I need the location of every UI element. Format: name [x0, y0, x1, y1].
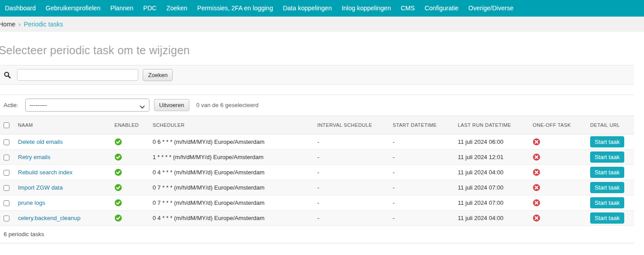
task-name-link[interactable]: celery.backend_cleanup: [18, 215, 80, 221]
breadcrumb-home[interactable]: Home: [0, 21, 15, 28]
action-selected-option: ---------: [30, 102, 47, 108]
nav-item-data-koppelingen[interactable]: Data koppelingen: [278, 0, 337, 17]
start-datetime-cell: -: [389, 134, 454, 150]
column-header-naam: NAAM: [14, 116, 111, 134]
one-off-no-icon: [533, 199, 540, 207]
main-content: Selecteer periodic task om te wijzigen Z…: [0, 44, 634, 243]
select-all-header: [0, 116, 14, 134]
nav-item-pdc[interactable]: PDC: [138, 0, 162, 17]
top-navigation: Dashboard Gebruikersprofielen Plannen PD…: [0, 0, 644, 17]
last-run-datetime-cell: 11 juli 2024 04:00: [454, 165, 529, 180]
row-checkbox[interactable]: [4, 200, 9, 206]
table-row: Rebuild search index 0 4 * * * (m/h/dM/M…: [0, 165, 634, 180]
start-task-button[interactable]: Start taak: [590, 136, 624, 147]
nav-item-cms[interactable]: CMS: [396, 0, 420, 17]
enabled-yes-icon: [114, 138, 122, 146]
one-off-no-icon: [533, 214, 540, 222]
row-checkbox[interactable]: [4, 139, 9, 145]
chevron-down-icon: [140, 104, 145, 110]
paginator: 6 periodic tasks: [0, 226, 634, 243]
scheduler-cell: 0 4 * * * (m/h/dM/MY/d) Europe/Amsterdam: [149, 165, 314, 180]
task-name-link[interactable]: Retry emails: [18, 154, 50, 160]
breadcrumb-current: Periodic tasks: [24, 21, 63, 28]
execute-action-button[interactable]: Uitvoeren: [154, 99, 190, 111]
row-checkbox[interactable]: [4, 216, 9, 221]
start-datetime-cell: -: [389, 150, 454, 165]
interval-schedule-cell: -: [314, 165, 389, 180]
one-off-no-icon: [533, 138, 540, 146]
table-row: Delete old emails 0 6 * * * (m/h/dM/MY/d…: [0, 134, 634, 150]
start-datetime-cell: -: [389, 180, 454, 195]
page-title: Selecteer periodic task om te wijzigen: [0, 44, 634, 57]
start-task-button[interactable]: Start taak: [590, 197, 624, 208]
nav-item-configuratie[interactable]: Configuratie: [420, 0, 464, 17]
nav-item-inlog-koppelingen[interactable]: Inlog koppelingen: [337, 0, 396, 17]
scheduler-cell: 1 * * * * (m/h/dM/MY/d) Europe/Amsterdam: [149, 150, 314, 165]
one-off-no-icon: [533, 184, 540, 191]
column-header-interval-schedule: INTERVAL SCHEDULE: [314, 116, 389, 134]
table-row: celery.backend_cleanup 0 4 * * * (m/h/dM…: [0, 211, 634, 226]
start-task-button[interactable]: Start taak: [590, 167, 624, 178]
interval-schedule-cell: -: [314, 134, 389, 150]
changelist: Actie: --------- Uitvoeren 0 van de 6 ge…: [0, 95, 634, 243]
search-submit-button[interactable]: Zoeken: [143, 69, 173, 81]
breadcrumb-separator: ›: [18, 21, 21, 28]
table-header-row: NAAM ENABLED SCHEDULER INTERVAL SCHEDULE…: [0, 116, 634, 134]
task-name-link[interactable]: Rebuild search index: [18, 169, 72, 176]
column-header-one-off-task: ONE-OFF TASK: [529, 116, 587, 134]
nav-item-plannen[interactable]: Plannen: [105, 0, 138, 17]
actions-row: Actie: --------- Uitvoeren 0 van de 6 ge…: [0, 95, 634, 116]
search-toolbar: Zoeken: [0, 65, 634, 85]
task-name-link[interactable]: prune logs: [18, 199, 45, 206]
task-name-link[interactable]: Import ZGW data: [18, 184, 63, 191]
interval-schedule-cell: -: [314, 195, 389, 211]
task-name-link[interactable]: Delete old emails: [18, 138, 63, 145]
column-header-scheduler: SCHEDULER: [149, 116, 314, 134]
last-run-datetime-cell: 11 juli 2024 07:00: [454, 180, 529, 195]
scheduler-cell: 0 7 * * * (m/h/dM/MY/d) Europe/Amsterdam: [149, 195, 314, 211]
select-all-checkbox[interactable]: [4, 122, 9, 128]
search-input[interactable]: [17, 69, 138, 81]
breadcrumb: Home › Periodic tasks: [0, 17, 644, 32]
one-off-no-icon: [533, 153, 540, 161]
table-row: Retry emails 1 * * * * (m/h/dM/MY/d) Eur…: [0, 150, 634, 165]
interval-schedule-cell: -: [314, 211, 389, 226]
row-checkbox[interactable]: [4, 185, 9, 191]
start-datetime-cell: -: [389, 211, 454, 226]
search-icon: [4, 71, 11, 79]
start-task-button[interactable]: Start taak: [590, 212, 624, 224]
last-run-datetime-cell: 11 juli 2024 07:00: [454, 195, 529, 211]
interval-schedule-cell: -: [314, 180, 389, 195]
row-checkbox[interactable]: [4, 155, 9, 160]
scheduler-cell: 0 6 * * * (m/h/dM/MY/d) Europe/Amsterdam: [149, 134, 314, 150]
column-header-last-run-datetime: LAST RUN DATETIME: [454, 116, 529, 134]
scheduler-cell: 0 7 * * * (m/h/dM/MY/d) Europe/Amsterdam: [149, 180, 314, 195]
column-header-enabled: ENABLED: [111, 116, 149, 134]
action-select[interactable]: ---------: [25, 99, 149, 112]
nav-item-overige-diverse[interactable]: Overige/Diverse: [464, 0, 518, 17]
action-label: Actie:: [4, 102, 18, 108]
nav-item-zoeken[interactable]: Zoeken: [162, 0, 193, 17]
row-checkbox[interactable]: [4, 170, 9, 176]
start-task-button[interactable]: Start taak: [590, 182, 624, 193]
last-run-datetime-cell: 11 juli 2024 06:00: [454, 134, 529, 150]
last-run-datetime-cell: 11 juli 2024 12:01: [454, 150, 529, 165]
one-off-no-icon: [533, 169, 540, 176]
nav-item-permissies-2fa-logging[interactable]: Permissies, 2FA en logging: [192, 0, 278, 17]
table-row: Import ZGW data 0 7 * * * (m/h/dM/MY/d) …: [0, 180, 634, 195]
nav-item-gebruikersprofielen[interactable]: Gebruikersprofielen: [41, 0, 105, 17]
interval-schedule-cell: -: [314, 150, 389, 165]
enabled-yes-icon: [114, 214, 122, 222]
column-header-start-datetime: START DATETIME: [389, 116, 454, 134]
scheduler-cell: 0 4 * * * (m/h/dM/MY/d) Europe/Amsterdam: [149, 211, 314, 226]
enabled-yes-icon: [114, 153, 122, 161]
last-run-datetime-cell: 11 juli 2024 04:00: [454, 211, 529, 226]
column-header-detail-url: DETAIL URL: [587, 116, 634, 134]
periodic-tasks-table: NAAM ENABLED SCHEDULER INTERVAL SCHEDULE…: [0, 116, 634, 226]
nav-item-dashboard[interactable]: Dashboard: [0, 0, 41, 17]
start-datetime-cell: -: [389, 195, 454, 211]
table-row: prune logs 0 7 * * * (m/h/dM/MY/d) Europ…: [0, 195, 634, 211]
start-task-button[interactable]: Start taak: [590, 151, 624, 163]
enabled-yes-icon: [114, 169, 122, 176]
enabled-yes-icon: [114, 184, 122, 191]
